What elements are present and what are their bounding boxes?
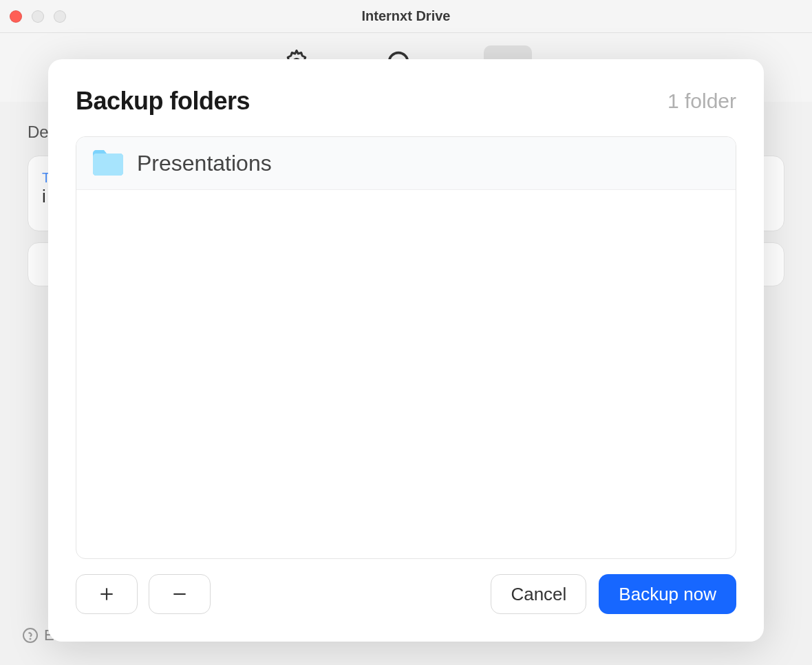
folder-count: 1 folder [667,89,736,113]
modal-footer: Cancel Backup now [76,574,736,614]
folder-list-item[interactable]: Presentations [76,137,736,190]
modal-title: Backup folders [76,87,250,116]
minus-icon [171,585,189,603]
cancel-button[interactable]: Cancel [491,574,586,614]
footer-right: Cancel Backup now [491,574,736,614]
remove-folder-button[interactable] [149,574,211,614]
modal-header: Backup folders 1 folder [76,87,736,116]
folder-list: Presentations [76,136,736,559]
folder-icon [92,149,125,177]
folder-name: Presentations [137,151,272,176]
modal-overlay: Backup folders 1 folder Presentations [0,0,812,665]
backup-folders-modal: Backup folders 1 folder Presentations [48,59,764,642]
add-folder-button[interactable] [76,574,138,614]
backup-now-button[interactable]: Backup now [599,574,736,614]
plus-icon [98,585,116,603]
footer-left [76,574,211,614]
